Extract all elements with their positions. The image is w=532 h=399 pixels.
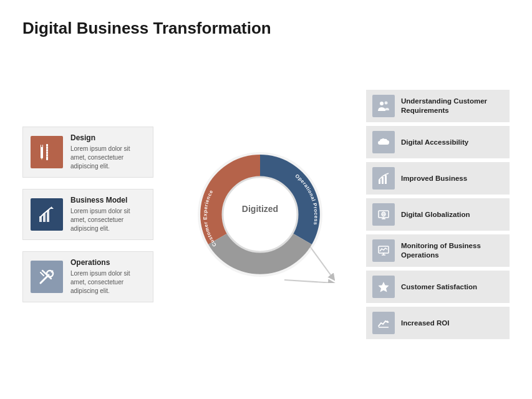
right-item-improved-business: Improved Business	[366, 162, 510, 195]
digitized-label: Digitized	[241, 204, 278, 214]
monitoring-business-label: Monitoring of Business Operations	[401, 241, 503, 260]
svg-rect-25	[379, 180, 380, 184]
right-panel: Understanding Customer Requirements Digi…	[366, 90, 510, 339]
star-icon	[372, 276, 395, 298]
left-item-business-model: Business Model Lorem ipsum dolor sit ame…	[22, 189, 153, 240]
svg-rect-27	[385, 175, 387, 184]
left-item-operations: Operations Lorem ipsum dolor sit amet, c…	[22, 251, 153, 302]
operations-text: Operations Lorem ipsum dolor sit amet, c…	[70, 258, 145, 296]
design-text: Design Lorem ipsum dolor sit amet, conse…	[70, 133, 145, 171]
roi-icon	[372, 312, 395, 334]
cloud-icon	[372, 131, 395, 153]
improved-business-label: Improved Business	[401, 174, 467, 183]
slide: Digital Business Transformation	[0, 0, 532, 399]
customer-satisfaction-label: Customer Satisfaction	[401, 282, 477, 292]
svg-marker-12	[51, 206, 54, 209]
right-item-understanding: Understanding Customer Requirements	[366, 90, 510, 122]
chart-icon	[372, 167, 395, 190]
business-model-heading: Business Model	[70, 196, 145, 204]
design-body: Lorem ipsum dolor sit amet, consectetuer…	[70, 145, 145, 171]
business-model-svg	[37, 205, 56, 224]
operations-body: Lorem ipsum dolor sit amet, consectetuer…	[70, 269, 145, 296]
svg-line-17	[41, 272, 44, 276]
right-item-digital-globalization: Digital Globalization	[366, 198, 510, 231]
svg-point-23	[380, 102, 384, 105]
operations-heading: Operations	[70, 258, 145, 267]
operations-svg	[37, 267, 56, 286]
right-item-digital-accessibility: Digital Accessibility	[366, 126, 510, 158]
svg-rect-1	[41, 145, 42, 147]
left-panel: Design Lorem ipsum dolor sit amet, conse…	[22, 127, 153, 302]
design-heading: Design	[70, 133, 145, 142]
left-item-design: Design Lorem ipsum dolor sit amet, conse…	[22, 127, 153, 178]
svg-point-24	[385, 102, 388, 105]
svg-rect-26	[382, 177, 384, 184]
donut-chart: Customer Experience Operational Process …	[191, 146, 329, 283]
right-item-monitoring: Monitoring of Business Operations	[366, 234, 510, 267]
increased-roi-label: Increased ROI	[401, 319, 449, 328]
right-item-increased-roi: Increased ROI	[366, 307, 510, 339]
center-area: Customer Experience Operational Process …	[153, 146, 366, 283]
svg-marker-2	[41, 158, 42, 160]
screen-icon	[372, 203, 395, 226]
monitor-icon	[372, 239, 395, 262]
digital-accessibility-label: Digital Accessibility	[401, 138, 468, 147]
understanding-customer-label: Understanding Customer Requirements	[401, 97, 503, 115]
operations-icon	[31, 261, 63, 293]
design-svg	[37, 143, 56, 161]
business-model-body: Lorem ipsum dolor sit amet, consectetuer…	[70, 207, 145, 233]
business-model-icon	[31, 198, 63, 231]
svg-rect-11	[47, 210, 49, 222]
business-model-text: Business Model Lorem ipsum dolor sit ame…	[70, 196, 145, 233]
digital-globalization-label: Digital Globalization	[401, 210, 470, 219]
design-icon	[31, 136, 63, 168]
page-title: Digital Business Transformation	[22, 19, 510, 38]
donut-svg: Customer Experience Operational Process …	[191, 146, 329, 283]
svg-marker-39	[379, 282, 389, 292]
people-icon	[372, 95, 395, 117]
content-area: Design Lorem ipsum dolor sit amet, conse…	[22, 55, 510, 373]
right-item-customer-satisfaction: Customer Satisfaction	[366, 271, 510, 303]
